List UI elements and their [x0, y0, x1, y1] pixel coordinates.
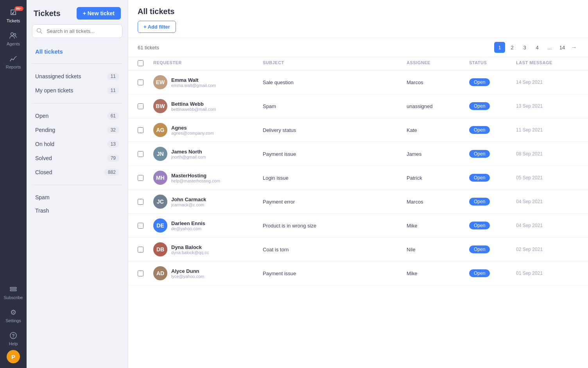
all-tickets-link[interactable]: All tickets — [32, 45, 122, 58]
row-checkbox[interactable] — [138, 271, 143, 276]
requester-name: John Carmack — [171, 197, 206, 202]
col-requester: REQUESTER — [153, 60, 263, 67]
sidebar-item-pending[interactable]: Pending 32 — [32, 123, 122, 137]
sidebar-label-solved: Solved — [35, 155, 52, 161]
requester-email: lyce@yahoo.com — [171, 274, 204, 279]
ticket-status: Open — [469, 269, 516, 277]
ticket-status: Open — [469, 102, 516, 110]
avatar: JN — [153, 147, 167, 161]
row-checkbox-cell — [138, 199, 153, 205]
nav-label-tickets: Tickets — [7, 18, 20, 23]
ticket-assignee: Mike — [407, 223, 469, 229]
sidebar-label-closed: Closed — [35, 169, 52, 175]
status-section: Open 61 Pending 32 On hold 13 Solved 79 … — [27, 107, 128, 181]
reports-icon — [9, 54, 18, 63]
page-btn-1[interactable]: 1 — [494, 42, 505, 53]
filter-items-section: Unassigned tickets 11 My open tickets 11 — [27, 68, 128, 99]
col-status: STATUS — [469, 60, 516, 67]
table-row[interactable]: JC John Carmack jcarmack@c.com Payment e… — [128, 190, 588, 214]
requester-info: BW Bettina Webb bettinawebb@mail.com — [153, 99, 263, 113]
pagination-next-arrow[interactable]: → — [569, 44, 579, 51]
nav-item-tickets[interactable]: ☑ Tickets 99+ — [0, 4, 27, 27]
sidebar-badge-solved: 79 — [107, 155, 119, 162]
requester-info: EW Emma Walt emma.walt@gmail.com — [153, 75, 263, 89]
page-btn-3[interactable]: 3 — [519, 42, 530, 53]
sidebar-label-trash: Trash — [35, 207, 49, 214]
sidebar-item-unassigned[interactable]: Unassigned tickets 11 — [32, 69, 122, 83]
requester-name: Bettina Webb — [171, 101, 216, 107]
row-checkbox[interactable] — [138, 199, 143, 205]
add-filter-button[interactable]: + Add filter — [138, 21, 176, 33]
ticket-subject: Login issue — [263, 175, 407, 181]
row-checkbox[interactable] — [138, 127, 143, 133]
ticket-subject: Product is in wrong size — [263, 223, 407, 229]
ticket-count: 61 tickets — [138, 45, 159, 51]
requester-name: MasterHosting — [171, 173, 220, 179]
avatar: BW — [153, 99, 167, 113]
nav-label-settings: Settings — [5, 318, 21, 323]
sidebar-item-my-open[interactable]: My open tickets 11 — [32, 83, 122, 97]
requester-info: JC John Carmack jcarmack@c.com — [153, 195, 263, 209]
nav-item-reports[interactable]: Reports — [0, 50, 27, 73]
sidebar-item-spam[interactable]: Spam — [32, 191, 122, 204]
sidebar-item-trash[interactable]: Trash — [32, 204, 122, 217]
ticket-last-message: 04 Sep 2021 — [516, 199, 579, 204]
ticket-assignee: Marcos — [407, 199, 469, 205]
filter-bar: + Add filter — [138, 21, 579, 33]
sidebar-item-solved[interactable]: Solved 79 — [32, 151, 122, 165]
avatar: DB — [153, 242, 167, 256]
nav-item-settings[interactable]: ⚙ Settings — [0, 304, 27, 327]
row-checkbox-cell — [138, 127, 153, 133]
ticket-status: Open — [469, 222, 516, 229]
requester-info: AG Agnes agnes@company.com — [153, 123, 263, 137]
table-row[interactable]: DB Dyna Balock dyna.balock@qq.cc Coat is… — [128, 238, 588, 262]
table-row[interactable]: AD Alyce Dunn lyce@yahoo.com Payment iss… — [128, 262, 588, 285]
nav-item-help[interactable]: ? Help — [0, 327, 27, 350]
user-avatar[interactable]: P — [7, 350, 20, 363]
help-icon: ? — [9, 331, 18, 340]
main-header: All tickets + Add filter — [128, 0, 588, 38]
sidebar-item-open[interactable]: Open 61 — [32, 109, 122, 123]
main-title: All tickets — [138, 7, 579, 16]
page-btn-4[interactable]: 4 — [532, 42, 543, 53]
nav-item-agents[interactable]: Agents — [0, 27, 27, 50]
col-assignee: ASSIGNEE — [407, 60, 469, 67]
table-row[interactable]: AG Agnes agnes@company.com Delivery stat… — [128, 118, 588, 142]
row-checkbox[interactable] — [138, 223, 143, 229]
row-checkbox[interactable] — [138, 247, 143, 253]
requester-email: dyna.balock@qq.cc — [171, 250, 209, 255]
nav-item-subscribe[interactable]: Subscribe — [0, 281, 27, 304]
ticket-last-message: 11 Sep 2021 — [516, 127, 579, 133]
row-checkbox[interactable] — [138, 151, 143, 157]
row-checkbox-cell — [138, 271, 153, 276]
ticket-status: Open — [469, 198, 516, 206]
new-ticket-button[interactable]: + New ticket — [77, 7, 121, 20]
table-row[interactable]: DE Darleen Ennis de@yahoo.com Product is… — [128, 214, 588, 238]
row-checkbox[interactable] — [138, 175, 143, 181]
ticket-assignee: Mike — [407, 271, 469, 276]
ticket-assignee: Patrick — [407, 175, 469, 181]
table-row[interactable]: MH MasterHosting help@masterhosting.com … — [128, 166, 588, 190]
sidebar-item-on-hold[interactable]: On hold 13 — [32, 137, 122, 151]
select-all-checkbox[interactable] — [138, 60, 143, 66]
nav-label-subscribe: Subscribe — [4, 295, 23, 300]
requester-name: Dyna Balock — [171, 244, 209, 250]
requester-name: Darleen Ennis — [171, 220, 205, 226]
page-btn-14[interactable]: 14 — [557, 42, 568, 53]
requester-name: Emma Walt — [171, 77, 216, 83]
sidebar-item-closed[interactable]: Closed 882 — [32, 165, 122, 179]
search-input[interactable] — [32, 24, 122, 38]
requester-info: JN James North jnorth@gmail.com — [153, 147, 263, 161]
requester-name: Alyce Dunn — [171, 268, 204, 274]
table-row[interactable]: JN James North jnorth@gmail.com Payment … — [128, 142, 588, 166]
table-row[interactable]: BW Bettina Webb bettinawebb@mail.com Spa… — [128, 94, 588, 118]
row-checkbox-cell — [138, 151, 153, 157]
ticket-subject: Payment issue — [263, 271, 407, 276]
page-btn-2[interactable]: 2 — [507, 42, 518, 53]
table-row[interactable]: EW Emma Walt emma.walt@gmail.com Sale qu… — [128, 70, 588, 94]
row-checkbox[interactable] — [138, 79, 143, 85]
row-checkbox[interactable] — [138, 103, 143, 109]
svg-rect-2 — [10, 287, 16, 289]
status-badge: Open — [469, 174, 490, 182]
sidebar-badge-open: 61 — [107, 112, 119, 119]
